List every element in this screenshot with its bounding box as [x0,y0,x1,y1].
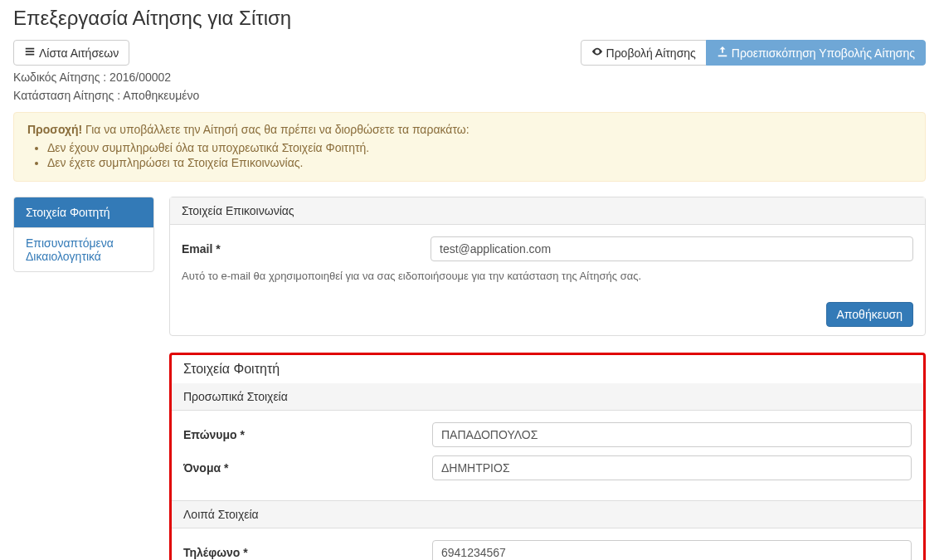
save-label: Αποθήκευση [837,308,903,321]
code-label: Κωδικός Αίτησης : [13,71,109,84]
name-label: Όνομα * [183,461,432,475]
sidebar: Στοιχεία Φοιτητή Επισυναπτόμενα Δικαιολο… [13,197,154,272]
sidebar-item-label: Επισυναπτόμενα Δικαιολογητικά [26,236,114,263]
list-icon [24,46,36,60]
main-content: Στοιχεία Επικοινωνίας Email * Αυτό το e-… [169,197,926,560]
phone-label: Τηλέφωνο * [183,546,432,559]
name-row: Όνομα * [183,455,912,480]
contact-panel-body: Email * Αυτό το e-mail θα χρησιμοποιηθεί… [170,225,925,294]
sidebar-item-student[interactable]: Στοιχεία Φοιτητή [14,197,153,228]
page-title: Επεξεργασία Αίτησης για Σίτιση [13,7,926,30]
personal-subheading: Προσωπικά Στοιχεία [172,383,923,411]
phone-row: Τηλέφωνο * [183,540,912,560]
application-code: Κωδικός Αίτησης : 2016/00002 [13,71,926,84]
student-panel-title: Στοιχεία Φοιτητή [172,355,923,383]
status-value: Αποθηκευμένο [123,89,199,102]
view-application-label: Προβολή Αίτησης [606,46,696,60]
list-applications-button[interactable]: Λίστα Αιτήσεων [13,40,129,66]
email-row: Email * [182,236,913,261]
application-status: Κατάσταση Αίτησης : Αποθηκευμένο [13,89,926,102]
email-help: Αυτό το e-mail θα χρησιμοποιηθεί για να … [182,270,913,282]
alert-list: Δεν έχουν συμπληρωθεί όλα τα υποχρεωτικά… [47,141,912,169]
name-input[interactable] [432,455,912,480]
top-controls: Λίστα Αιτήσεων Προβολή Αίτησης Προεπισκό… [13,40,926,66]
eye-icon [591,46,603,60]
view-application-button[interactable]: Προβολή Αίτησης [581,40,707,66]
preview-submit-label: Προεπισκόπηση Υποβολής Αίτησης [732,46,915,60]
alert-item: Δεν έχουν συμπληρωθεί όλα τα υποχρεωτικά… [47,141,912,154]
preview-submit-button[interactable]: Προεπισκόπηση Υποβολής Αίτησης [706,40,926,66]
code-value: 2016/00002 [109,71,171,84]
status-label: Κατάσταση Αίτησης : [13,89,123,102]
warning-alert: Προσοχή! Για να υποβάλλετε την Αίτησή σα… [13,112,926,182]
other-subheading: Λοιπά Στοιχεία [172,500,923,528]
surname-input[interactable] [432,422,912,447]
alert-item: Δεν έχετε συμπληρώσει τα Στοιχεία Επικοι… [47,156,912,169]
alert-strong: Προσοχή! [27,123,82,136]
email-label: Email * [182,242,431,256]
student-panel: Στοιχεία Φοιτητή Προσωπικά Στοιχεία Επών… [169,353,926,560]
save-contact-button[interactable]: Αποθήκευση [826,302,913,327]
surname-row: Επώνυμο * [183,422,912,447]
contact-panel-heading: Στοιχεία Επικοινωνίας [170,197,925,225]
main-layout: Στοιχεία Φοιτητή Επισυναπτόμενα Δικαιολο… [13,197,926,560]
upload-icon [717,46,728,60]
sidebar-item-label: Στοιχεία Φοιτητή [26,206,110,219]
phone-input[interactable] [432,540,912,560]
contact-panel: Στοιχεία Επικοινωνίας Email * Αυτό το e-… [169,197,926,336]
list-applications-label: Λίστα Αιτήσεων [39,46,119,60]
right-button-group: Προβολή Αίτησης Προεπισκόπηση Υποβολής Α… [581,40,926,66]
other-body: Τηλέφωνο * Μέλος Πολύτεκνης Οικογένειας [172,528,923,560]
sidebar-item-attachments[interactable]: Επισυναπτόμενα Δικαιολογητικά [14,228,153,271]
surname-label: Επώνυμο * [183,428,432,441]
alert-text: Για να υποβάλλετε την Αίτησή σας θα πρέπ… [82,123,469,136]
personal-body: Επώνυμο * Όνομα * [172,411,923,500]
email-input[interactable] [431,236,913,261]
contact-panel-footer: Αποθήκευση [170,294,925,335]
